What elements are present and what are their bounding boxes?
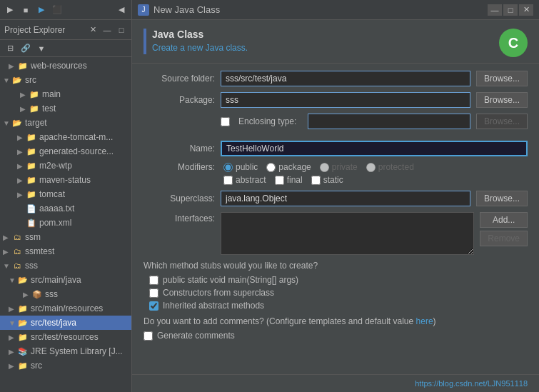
source-folder-browse-button[interactable]: Browse... xyxy=(476,71,528,86)
radio-protected[interactable]: protected xyxy=(366,162,414,172)
checkbox-final[interactable]: final xyxy=(275,175,303,185)
project-tree: ▶ 📁 web-resources ▼ 📂 src ▶ 📁 main ▶ 📁 t… xyxy=(0,57,131,392)
tree-arrow: ▶ xyxy=(3,248,11,256)
enclosing-type-label: Enclosing type: xyxy=(238,116,296,126)
tree-label: src/test/java xyxy=(31,318,76,328)
tree-item-m2e-wtp[interactable]: ▶ 📁 m2e-wtp xyxy=(0,159,131,173)
superclass-browse-button[interactable]: Browse... xyxy=(476,191,528,206)
run-button[interactable]: ▶ xyxy=(3,3,17,17)
main-method-checkbox[interactable] xyxy=(149,276,158,285)
tree-item-sss-package[interactable]: ▶ 📦 sss xyxy=(0,287,131,301)
enclosing-type-browse-button[interactable]: Browse... xyxy=(476,114,528,129)
close-panel-button[interactable]: ✕ xyxy=(87,24,99,36)
tree-item-src-test-java[interactable]: ▼ 📂 src/test/java xyxy=(0,316,131,330)
tree-item-aaaaa[interactable]: 📄 aaaaa.txt xyxy=(0,201,131,216)
remove-interface-button[interactable]: Remove xyxy=(480,231,528,246)
folder-icon: 📁 xyxy=(17,360,29,371)
maximize-panel-button[interactable]: □ xyxy=(116,24,127,36)
folder-icon: 📁 xyxy=(26,146,37,157)
radio-package[interactable]: package xyxy=(266,162,311,172)
method-stubs-title: Which method stubs would you like to cre… xyxy=(143,261,528,271)
dialog-header-subtitle: Create a new Java class. xyxy=(152,43,248,53)
radio-package-input[interactable] xyxy=(266,163,276,172)
checkbox-abstract[interactable]: abstract xyxy=(223,175,266,185)
tree-item-pom[interactable]: 📋 pom.xml xyxy=(0,216,131,230)
comments-link[interactable]: here xyxy=(416,316,433,326)
package-browse-button[interactable]: Browse... xyxy=(476,92,528,108)
tree-arrow: ▶ xyxy=(9,348,17,356)
tree-item-main[interactable]: ▶ 📁 main xyxy=(0,87,131,101)
enclosing-type-checkbox[interactable] xyxy=(221,117,230,126)
inherited-methods-checkbox[interactable] xyxy=(149,301,158,311)
tree-item-ssm[interactable]: ▶ 🗂 ssm xyxy=(0,230,131,244)
lib-icon: 📚 xyxy=(17,346,29,357)
minimize-button[interactable]: — xyxy=(488,4,502,16)
tree-label: src/test/resources xyxy=(31,332,99,342)
tree-item-src-test-resources[interactable]: ▶ 📁 src/test/resources xyxy=(0,330,131,344)
minimize-panel-button[interactable]: — xyxy=(101,24,113,36)
radio-public[interactable]: public xyxy=(223,162,258,172)
xml-icon: 📋 xyxy=(26,217,37,228)
tree-item-jre-system[interactable]: ▶ 📚 JRE System Library [J... xyxy=(0,344,131,358)
tree-label: web-resources xyxy=(31,61,87,71)
pe-toolbar: ⊟ 🔗 ▼ xyxy=(0,40,131,57)
constructors-checkbox[interactable] xyxy=(149,288,158,298)
superclass-input[interactable] xyxy=(221,191,470,206)
comments-question: Do you want to add comments? (Configure … xyxy=(143,316,528,326)
tree-item-tomcat[interactable]: ▶ 📁 tomcat xyxy=(0,187,131,201)
enclosing-type-input[interactable] xyxy=(308,114,470,129)
dialog-header: Java Class Create a new Java class. C xyxy=(132,20,539,64)
tree-item-generated-source[interactable]: ▶ 📁 generated-source... xyxy=(0,144,131,159)
tree-item-src-main-java[interactable]: ▼ 📂 src/main/java xyxy=(0,273,131,287)
build-button[interactable]: ⬛ xyxy=(50,3,64,17)
tree-label: m2e-wtp xyxy=(39,161,72,171)
tree-item-target[interactable]: ▼ 📂 target xyxy=(0,116,131,130)
radio-protected-input[interactable] xyxy=(366,163,376,172)
tree-item-web-resources[interactable]: ▶ 📁 web-resources xyxy=(0,59,131,73)
radio-public-input[interactable] xyxy=(223,163,233,172)
modifiers-access-line: Modifiers: public package private xyxy=(143,162,528,172)
checkbox-static[interactable]: static xyxy=(311,175,343,185)
tree-item-sss[interactable]: ▼ 🗂 sss xyxy=(0,258,131,273)
radio-private-input[interactable] xyxy=(320,163,329,172)
tree-label: src xyxy=(25,75,36,85)
radio-private[interactable]: private xyxy=(320,162,358,172)
pe-menu-button[interactable]: ▼ xyxy=(34,41,49,56)
final-label: final xyxy=(287,175,303,185)
modifiers-label: Modifiers: xyxy=(143,162,215,172)
enclosing-type-row: Enclosing type: Browse... xyxy=(143,114,528,129)
tree-item-src[interactable]: ▼ 📂 src xyxy=(0,73,131,87)
collapse-all-button[interactable]: ⊟ xyxy=(3,41,17,56)
tree-label: pom.xml xyxy=(39,218,71,228)
final-checkbox[interactable] xyxy=(275,176,284,185)
tree-item-test[interactable]: ▶ 📁 test xyxy=(0,101,131,116)
link-editor-button[interactable]: 🔗 xyxy=(19,41,33,56)
tree-item-apache-tomcat[interactable]: ▶ 📁 apache-tomcat-m... xyxy=(0,130,131,144)
package-input[interactable] xyxy=(221,92,470,108)
tree-item-ssmtest[interactable]: ▶ 🗂 ssmtest xyxy=(0,244,131,258)
close-button[interactable]: ✕ xyxy=(519,4,533,16)
generate-comments-checkbox[interactable] xyxy=(143,331,153,341)
folder-icon: 📁 xyxy=(26,160,37,171)
back-button[interactable]: ◀ xyxy=(114,3,129,17)
tree-item-src2[interactable]: ▶ 📁 src xyxy=(0,358,131,373)
maximize-button[interactable]: □ xyxy=(503,4,518,16)
accent-bar xyxy=(143,29,146,54)
static-checkbox[interactable] xyxy=(311,176,321,185)
tree-item-maven-status[interactable]: ▶ 📁 maven-status xyxy=(0,173,131,187)
dialog-body: Source folder: Browse... Package: Browse… xyxy=(132,64,539,374)
project-icon: 🗂 xyxy=(11,260,23,271)
abstract-checkbox[interactable] xyxy=(223,176,233,185)
project-icon: 🗂 xyxy=(11,231,23,243)
method-stubs-section: Which method stubs would you like to cre… xyxy=(143,261,528,311)
source-folder-input[interactable] xyxy=(221,71,470,86)
interfaces-buttons: Add... Remove xyxy=(480,212,528,246)
debug-button[interactable]: ▶ xyxy=(34,3,49,17)
name-input[interactable] xyxy=(221,141,528,156)
interfaces-textarea[interactable] xyxy=(221,212,474,255)
generate-comments-row: Generate comments xyxy=(143,331,528,341)
add-interface-button[interactable]: Add... xyxy=(480,212,528,228)
main-method-label: public static void main(String[] args) xyxy=(163,275,298,285)
stop-button[interactable]: ■ xyxy=(19,3,33,17)
tree-item-src-main-resources[interactable]: ▶ 📁 src/main/resources xyxy=(0,301,131,316)
